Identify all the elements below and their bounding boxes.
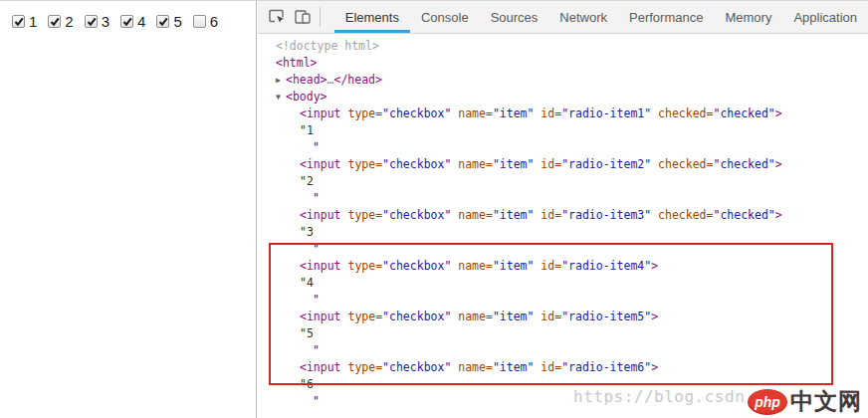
code-token-attr: id= [534,157,561,171]
code-line[interactable]: " [258,292,868,309]
page-panel: 123456 [0,1,257,418]
code-token-tag: > [775,208,782,222]
code-token-text: "5 [300,326,314,340]
checkbox-item: 2 [48,14,73,29]
code-token-val: "checked" [713,106,774,120]
code-token-attr: checked= [651,208,713,222]
code-token-attr: name= [451,106,493,120]
code-token-tag: <input [300,310,341,323]
page-checkbox-checked[interactable] [156,15,169,28]
checkbox-label: 1 [29,14,37,29]
code-token-val: "checkbox" [382,310,451,323]
disclosure-expanded-icon[interactable]: ▼ [276,89,286,105]
toolbar-icons [258,1,316,33]
tab-console[interactable]: Console [410,1,480,33]
code-token-attr: type= [341,310,383,323]
checkbox-item: 1 [12,14,37,29]
code-token-attr: type= [341,106,383,120]
code-token-tag: > [775,157,782,171]
code-token-attr: id= [534,208,561,222]
code-line[interactable]: <input type="checkbox" name="item" id="r… [258,258,868,275]
code-token-val: "checkbox" [382,259,451,273]
code-token-attr: id= [534,106,561,120]
code-token-tag: > [651,259,658,273]
code-token-tag: <html> [276,56,318,70]
code-line[interactable]: "3 [258,224,868,241]
code-line[interactable]: "5 [258,325,868,342]
code-token-val: "item" [493,106,535,120]
page-checkbox-checked[interactable] [48,15,61,28]
checkbox-label: 3 [102,14,109,29]
code-line[interactable]: <html> [258,55,868,72]
code-line[interactable]: <input type="checkbox" name="item" id="r… [258,105,868,122]
code-line[interactable]: ▶<head>…</head> [258,72,868,89]
code-token-tag: <input [300,157,341,171]
code-line[interactable]: "6 [258,376,868,393]
code-token-attr: type= [341,208,383,222]
code-line[interactable]: "2 [258,173,868,190]
disclosure-collapsed-icon[interactable]: ▶ [276,72,286,89]
code-token-attr: name= [451,157,493,171]
tab-application[interactable]: Application [782,1,868,33]
code-token-attr: id= [534,360,561,374]
code-token-attr: name= [451,310,493,323]
code-token-val: "checkbox" [382,157,451,171]
code-token-tag: > [651,310,658,323]
toggle-device-toolbar-icon[interactable] [290,4,316,30]
code-token-text: "6 [300,377,314,391]
checkbox-item: 3 [85,14,109,29]
code-token-text: " [313,191,320,205]
app-window: 123456 Elemen [0,0,868,418]
checkbox-label: 2 [65,14,73,29]
tab-sources[interactable]: Sources [480,1,549,33]
code-token-val: "checked" [713,157,774,171]
checkbox-label: 6 [210,14,218,29]
code-token-text: " [313,394,320,408]
tab-memory[interactable]: Memory [714,1,782,33]
page-checkbox-checked[interactable] [85,15,98,28]
code-line[interactable]: " [258,393,868,410]
code-token-attr: checked= [651,106,713,120]
code-token-tag: <input [300,106,341,120]
code-token-tag: <head> [286,73,327,87]
code-token-attr: type= [341,259,383,273]
code-token-val: "item" [493,310,535,323]
code-token-text: " [313,140,320,154]
devtools-toolbar: ElementsConsoleSourcesNetworkPerformance… [258,1,868,34]
code-token-attr: id= [534,259,561,273]
tab-elements[interactable]: Elements [334,1,410,33]
code-token-tag: > [775,106,782,120]
code-line[interactable]: ▼<body> [258,89,868,105]
page-checkbox-checked[interactable] [12,15,25,28]
code-token-attr: name= [451,360,493,374]
code-line[interactable]: <input type="checkbox" name="item" id="r… [258,359,868,376]
code-token-val: "checkbox" [382,208,451,222]
code-token-attr: name= [451,208,493,222]
code-line[interactable]: " [258,190,868,207]
code-line[interactable]: <input type="checkbox" name="item" id="r… [258,309,868,325]
code-token-val: "radio-item2" [561,157,651,171]
tab-network[interactable]: Network [548,1,618,33]
code-line[interactable]: " [258,342,868,359]
code-token-text: " [313,242,320,256]
tab-performance[interactable]: Performance [618,1,714,33]
code-token-val: "item" [493,259,535,273]
code-token-val: "radio-item1" [561,106,651,120]
inspect-element-icon[interactable] [264,4,290,30]
code-token-attr: type= [341,157,383,171]
checkbox-row: 123456 [12,14,229,29]
code-line[interactable]: <input type="checkbox" name="item" id="r… [258,156,868,173]
code-token-val: "checked" [713,208,774,222]
code-line[interactable]: <!doctype html> [258,38,868,55]
code-token-val: "item" [493,360,535,374]
code-line[interactable]: " [258,241,868,258]
page-checkbox-checked[interactable] [120,15,133,28]
code-line[interactable]: <input type="checkbox" name="item" id="r… [258,207,868,224]
checkbox-item: 5 [156,14,181,29]
code-line[interactable]: " [258,139,868,156]
page-checkbox-unchecked[interactable] [193,15,206,28]
code-line[interactable]: "4 [258,275,868,292]
code-line[interactable]: "1 [258,122,868,139]
devtools-panel: ElementsConsoleSourcesNetworkPerformance… [258,1,868,418]
code-token-text: "3 [300,225,314,239]
